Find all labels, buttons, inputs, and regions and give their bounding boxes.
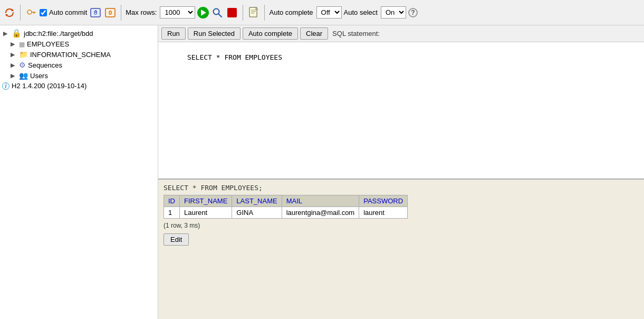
sql-statement-label: SQL statement: xyxy=(332,30,380,37)
document-icon[interactable] xyxy=(247,6,260,19)
sep4 xyxy=(264,5,265,21)
sep3 xyxy=(243,5,243,21)
expand-icon-users: ▶ xyxy=(11,72,17,79)
refresh-icon[interactable] xyxy=(3,6,16,19)
auto-select-select[interactable]: On Off xyxy=(381,6,406,18)
main-layout: ▶ 🔒 jdbc:h2:file:./target/bdd ▶ ▦ EMPLOY… xyxy=(0,25,644,319)
cell-lastname: GINA xyxy=(232,207,282,219)
sidebar-item-db[interactable]: ▶ 🔒 jdbc:h2:file:./target/bdd xyxy=(0,27,158,39)
sql-editor[interactable]: SELECT * FROM EMPLOYEES xyxy=(158,42,644,180)
table-header-row: ID FIRST_NAME LAST_NAME MAIL PASSWORD xyxy=(164,195,408,207)
stop-button[interactable] xyxy=(226,6,238,19)
svg-text:0: 0 xyxy=(94,10,97,16)
col-header-mail: MAIL xyxy=(282,195,359,207)
sidebar-item-version: i H2 1.4.200 (2019-10-14) xyxy=(0,81,158,91)
search-icon[interactable] xyxy=(211,6,224,19)
folder-icon: 📁 xyxy=(19,50,28,59)
counter0b-icon[interactable]: 0 xyxy=(104,6,117,19)
results-query-text: SELECT * FROM EMPLOYEES; xyxy=(164,184,639,192)
sidebar-info-schema-label: INFORMATION_SCHEMA xyxy=(30,51,111,59)
svg-text:0: 0 xyxy=(109,10,112,16)
cell-mail: laurentgina@mail.com xyxy=(282,207,359,219)
svg-point-2 xyxy=(27,10,32,14)
help-icon[interactable]: ? xyxy=(408,8,418,17)
counter0-icon[interactable]: ⁰ 0 xyxy=(89,6,102,19)
auto-complete-label: Auto complete xyxy=(269,8,313,16)
run-button[interactable]: Run xyxy=(161,27,186,40)
main-toolbar: Auto commit ⁰ 0 0 Max rows: 1000 100 500… xyxy=(0,0,644,25)
auto-commit-text: Auto commit xyxy=(49,8,87,16)
sidebar-sequences-label: Sequences xyxy=(28,61,62,69)
sequences-icon: ⚙ xyxy=(19,61,26,69)
sep1 xyxy=(20,5,21,21)
run-selected-button[interactable]: Run Selected xyxy=(188,27,241,40)
table-row: 1 Laurent GINA laurentgina@mail.com laur… xyxy=(164,207,408,219)
col-header-firstname: FIRST_NAME xyxy=(180,195,232,207)
expand-icon-employees: ▶ xyxy=(11,41,17,48)
expand-icon-info-schema: ▶ xyxy=(11,51,17,58)
expand-icon-sequences: ▶ xyxy=(11,62,17,69)
col-header-password: PASSWORD xyxy=(359,195,408,207)
run-play-button[interactable] xyxy=(197,7,209,18)
sidebar-item-employees[interactable]: ▶ ▦ EMPLOYEES xyxy=(0,39,158,49)
auto-commit-checkbox[interactable] xyxy=(40,9,47,16)
sql-toolbar: Run Run Selected Auto complete Clear SQL… xyxy=(158,25,644,42)
sidebar-db-label: jdbc:h2:file:./target/bdd xyxy=(24,30,93,37)
sidebar: ▶ 🔒 jdbc:h2:file:./target/bdd ▶ ▦ EMPLOY… xyxy=(0,25,158,319)
sql-content: SELECT * FROM EMPLOYEES xyxy=(187,53,282,61)
max-rows-label: Max rows: xyxy=(126,8,157,16)
results-area: SELECT * FROM EMPLOYEES; ID FIRST_NAME L… xyxy=(158,180,644,319)
expand-icon-db: ▶ xyxy=(3,30,9,37)
clear-button[interactable]: Clear xyxy=(300,27,328,40)
col-header-lastname: LAST_NAME xyxy=(232,195,282,207)
auto-complete-select[interactable]: Off On xyxy=(316,6,342,18)
table-icon: ▦ xyxy=(19,41,25,48)
stop-icon xyxy=(227,8,237,17)
sep2 xyxy=(121,5,121,21)
cell-firstname: Laurent xyxy=(180,207,232,219)
users-icon: 👥 xyxy=(19,71,28,80)
sidebar-item-sequences[interactable]: ▶ ⚙ Sequences xyxy=(0,60,158,70)
svg-line-12 xyxy=(218,14,222,17)
sidebar-users-label: Users xyxy=(30,72,48,80)
auto-commit-label[interactable]: Auto commit xyxy=(40,8,87,16)
info-icon: i xyxy=(2,82,9,90)
col-header-id: ID xyxy=(164,195,180,207)
results-table: ID FIRST_NAME LAST_NAME MAIL PASSWORD 1 … xyxy=(164,195,408,219)
play-triangle-icon xyxy=(201,10,206,16)
edit-button[interactable]: Edit xyxy=(164,233,189,246)
cell-id: 1 xyxy=(164,207,180,219)
right-panel: Run Run Selected Auto complete Clear SQL… xyxy=(158,25,644,319)
max-rows-select[interactable]: 1000 100 500 5000 10000 xyxy=(160,6,195,18)
sidebar-version-label: H2 1.4.200 (2019-10-14) xyxy=(12,82,86,90)
auto-complete-button[interactable]: Auto complete xyxy=(243,27,298,40)
db-icon: 🔒 xyxy=(12,29,22,38)
auto-select-label: Auto select xyxy=(344,8,378,16)
sidebar-item-users[interactable]: ▶ 👥 Users xyxy=(0,70,158,81)
cell-password: laurent xyxy=(359,207,408,219)
sidebar-employees-label: EMPLOYEES xyxy=(27,40,69,48)
keys-icon[interactable] xyxy=(25,6,37,19)
sidebar-item-information-schema[interactable]: ▶ 📁 INFORMATION_SCHEMA xyxy=(0,49,158,60)
results-info: (1 row, 3 ms) xyxy=(164,222,639,229)
